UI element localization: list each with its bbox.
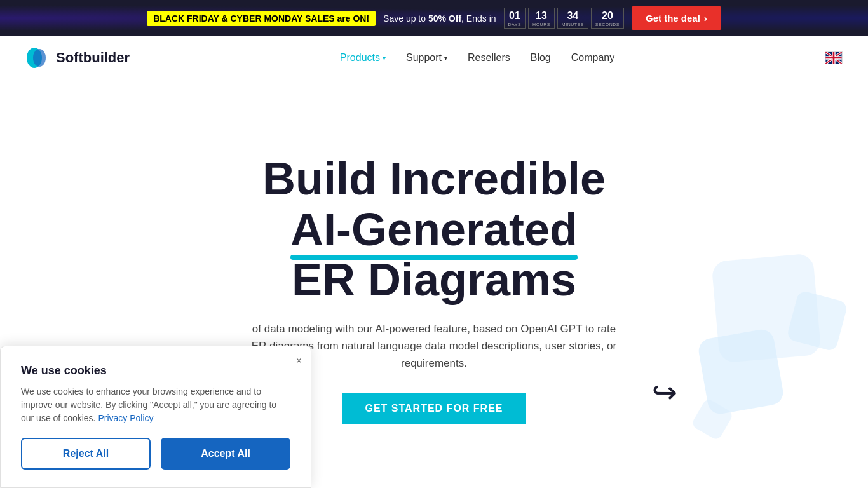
cookie-close-button[interactable]: × xyxy=(296,355,302,367)
nav-item-support[interactable]: Support ▾ xyxy=(406,47,447,69)
nav-item-blog[interactable]: Blog xyxy=(531,47,551,69)
countdown-seconds: 20 SECONDS xyxy=(591,8,624,28)
banner-highlight: BLACK FRIDAY & CYBER MONDAY SALES are ON… xyxy=(147,11,376,26)
navbar: Softbuilder Products ▾ Support ▾ Reselle… xyxy=(0,36,868,79)
reject-all-button[interactable]: Reject All xyxy=(21,438,151,461)
accept-all-button[interactable]: Accept All xyxy=(161,438,290,461)
decorative-swirl: ↩ xyxy=(652,374,677,410)
logo[interactable]: Softbuilder xyxy=(25,46,130,70)
nav-item-company[interactable]: Company xyxy=(571,47,614,69)
countdown-days: 01 DAYS xyxy=(504,8,526,28)
countdown-hours: 13 HOURS xyxy=(528,8,555,28)
svg-point-1 xyxy=(33,49,46,67)
chevron-down-icon: ▾ xyxy=(444,55,447,62)
privacy-policy-link[interactable]: Privacy Policy xyxy=(98,413,153,423)
top-banner: BLACK FRIDAY & CYBER MONDAY SALES are ON… xyxy=(0,0,868,36)
nav-item-products[interactable]: Products ▾ xyxy=(340,47,386,69)
logo-icon xyxy=(25,46,50,70)
get-deal-button[interactable]: Get the deal › xyxy=(632,6,721,30)
hero-title: Build Incredible AI-Generated ER Diagram… xyxy=(262,154,606,305)
chevron-right-icon: › xyxy=(704,13,707,24)
cookie-actions: Reject All Accept All xyxy=(21,438,290,461)
cookie-banner: × We use cookies We use cookies to enhan… xyxy=(0,346,311,461)
cookie-title: We use cookies xyxy=(21,364,290,377)
countdown-timer: 01 DAYS 13 HOURS 34 MINUTES 20 SECONDS xyxy=(504,8,624,28)
get-started-button[interactable]: GET STARTED FOR FREE xyxy=(342,393,526,424)
language-flag-icon[interactable] xyxy=(825,51,843,64)
chevron-down-icon: ▾ xyxy=(383,55,386,62)
hero-title-underlined: AI-Generated xyxy=(290,205,578,255)
nav-links: Products ▾ Support ▾ Resellers Blog Comp… xyxy=(340,47,614,69)
banner-save-text: Save up to 50% Off, Ends in xyxy=(383,13,496,24)
logo-text: Softbuilder xyxy=(56,50,130,66)
nav-right xyxy=(825,51,843,64)
countdown-minutes: 34 MINUTES xyxy=(557,8,588,28)
cookie-description: We use cookies to enhance your browsing … xyxy=(21,385,290,425)
nav-item-resellers[interactable]: Resellers xyxy=(468,47,510,69)
